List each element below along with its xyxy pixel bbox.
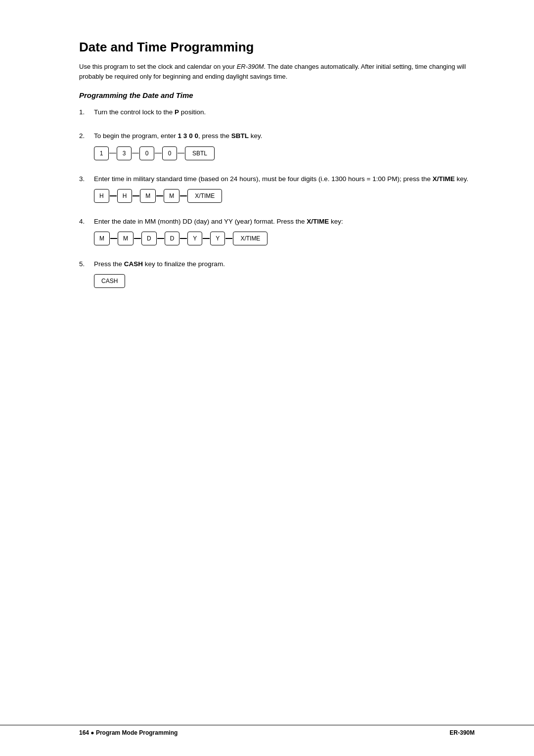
step-content-3: Enter time in military standard time (ba…	[94, 174, 475, 208]
key-sequence-xtime2: M M D D Y Y X/TIME	[94, 232, 475, 245]
key-sbtl: SBTL	[185, 146, 215, 160]
key-mm1: M	[94, 232, 110, 245]
step-content-1: Turn the control lock to the P position.	[94, 107, 475, 122]
connector	[180, 195, 187, 196]
step-content-5: Press the CASH key to finalize the progr…	[94, 259, 475, 293]
key-dd2: D	[165, 232, 180, 245]
step-number-2: 2.	[79, 131, 94, 141]
step-1: 1. Turn the control lock to the P positi…	[79, 107, 475, 122]
connector	[203, 238, 210, 239]
key-1: 1	[94, 146, 109, 160]
connector	[109, 153, 116, 154]
step-3-text: Enter time in military standard time (ba…	[94, 174, 475, 184]
connector	[157, 238, 164, 239]
step-content-2: To begin the program, enter 1 3 0 0, pre…	[94, 131, 475, 165]
step-3: 3. Enter time in military standard time …	[79, 174, 475, 208]
connector	[180, 238, 187, 239]
key-xtime2: X/TIME	[233, 232, 267, 245]
key-xtime1: X/TIME	[187, 189, 222, 203]
connector	[155, 153, 162, 154]
key-3: 3	[117, 146, 132, 160]
step-number-1: 1.	[79, 107, 94, 117]
footer-left: 164 ● Program Mode Programming	[79, 729, 178, 736]
page-title: Date and Time Programming	[79, 40, 475, 55]
key-sequence-sbtl: 1 3 0 0 SBTL	[94, 146, 475, 160]
connector	[110, 238, 117, 239]
key-h1: H	[94, 189, 109, 203]
step-5-text: Press the CASH key to finalize the progr…	[94, 259, 475, 269]
key-0a: 0	[139, 146, 154, 160]
connector	[134, 238, 141, 239]
connector	[225, 238, 232, 239]
intro-paragraph: Use this program to set the clock and ca…	[79, 62, 475, 81]
page: Date and Time Programming Use this progr…	[0, 0, 534, 756]
step-2-text: To begin the program, enter 1 3 0 0, pre…	[94, 131, 475, 141]
step-4: 4. Enter the date in MM (month) DD (day)…	[79, 217, 475, 250]
key-h2: H	[117, 189, 133, 203]
key-dd1: D	[141, 232, 157, 245]
key-m1: M	[140, 189, 156, 203]
step-number-5: 5.	[79, 259, 94, 269]
footer-right: ER-390M	[449, 729, 475, 736]
step-4-text: Enter the date in MM (month) DD (day) an…	[94, 217, 475, 227]
step-number-3: 3.	[79, 174, 94, 184]
key-cash: CASH	[94, 274, 125, 288]
step-content-4: Enter the date in MM (month) DD (day) an…	[94, 217, 475, 250]
connector	[110, 195, 117, 196]
connector	[133, 195, 139, 196]
step-number-4: 4.	[79, 217, 94, 227]
key-yy2: Y	[210, 232, 225, 245]
footer: 164 ● Program Mode Programming ER-390M	[0, 725, 534, 736]
connector	[156, 195, 163, 196]
key-yy1: Y	[187, 232, 202, 245]
section-title: Programming the Date and Time	[79, 91, 475, 99]
key-mm2: M	[118, 232, 134, 245]
step-5: 5. Press the CASH key to finalize the pr…	[79, 259, 475, 293]
step-1-text: Turn the control lock to the P position.	[94, 107, 475, 117]
key-sequence-xtime1: H H M M X/TIME	[94, 189, 475, 203]
connector	[132, 153, 139, 154]
key-sequence-cash: CASH	[94, 274, 475, 288]
key-0b: 0	[162, 146, 177, 160]
connector	[178, 153, 184, 154]
steps-list: 1. Turn the control lock to the P positi…	[79, 107, 475, 293]
key-m2: M	[164, 189, 179, 203]
step-2: 2. To begin the program, enter 1 3 0 0, …	[79, 131, 475, 165]
